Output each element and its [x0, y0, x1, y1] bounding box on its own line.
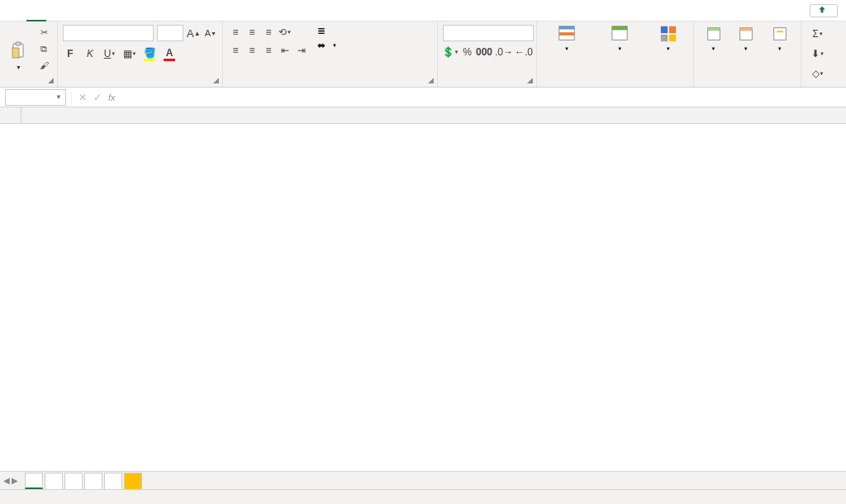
sheet-tab-rapporter[interactable] [25, 473, 43, 489]
inc-decimal-button[interactable]: .0→ [497, 45, 511, 59]
tab-hjem[interactable] [26, 0, 46, 21]
cell-styles-icon [659, 25, 677, 43]
borders-button[interactable]: ▦ ▼ [122, 46, 137, 61]
paste-icon [9, 41, 29, 61]
group-alignment: ≡ ≡ ≡ ⟲ ▼ ≡ ≡ ≡ ⇤ ⇥ ≣ ⬌▼ [223, 21, 438, 87]
sheet-nav-next-icon[interactable]: ▶ [12, 476, 18, 485]
svg-rect-15 [739, 28, 752, 31]
sheet-tab-prospekter[interactable] [64, 473, 83, 489]
tab-formler[interactable] [86, 0, 106, 21]
tab-segjennom[interactable] [126, 0, 145, 21]
align-top-button[interactable]: ≡ [228, 25, 243, 40]
number-format-combo[interactable] [443, 25, 534, 41]
tab-fil[interactable] [7, 0, 26, 21]
merge-icon: ⬌ [317, 40, 326, 51]
grid-area[interactable] [0, 107, 846, 464]
insert-cells-button[interactable]: ▼ [699, 25, 728, 87]
select-all-corner[interactable] [0, 107, 21, 123]
indent-increase-button[interactable]: ⇥ [294, 43, 309, 58]
svg-rect-8 [660, 26, 667, 33]
ribbon-tabs [0, 0, 846, 21]
delete-cells-button[interactable]: ▼ [731, 25, 760, 87]
group-font: A▲ A▼ F K U ▼ ▦ ▼ 🪣 A ◢ [58, 21, 223, 87]
sheet-tab-omog[interactable] [124, 473, 142, 489]
group-cells: ▼ ▼ ▼ [694, 21, 801, 87]
indent-decrease-button[interactable]: ⇤ [278, 43, 292, 58]
wrap-icon: ≣ [317, 25, 326, 36]
italic-button[interactable]: K [83, 46, 97, 61]
svg-rect-11 [669, 35, 676, 41]
font-name-combo[interactable] [63, 25, 154, 41]
column-headers [0, 107, 846, 124]
name-box[interactable]: ▼ [5, 89, 66, 106]
sheet-tab-bar: ◀ ▶ [0, 471, 846, 489]
percent-button[interactable]: % [463, 45, 472, 59]
align-center-button[interactable]: ≡ [245, 43, 259, 58]
bold-button[interactable]: F [63, 46, 78, 61]
cond-format-button[interactable]: ▼ [542, 25, 592, 87]
insert-icon [705, 25, 723, 43]
fill-button[interactable]: ⬇ ▼ [810, 46, 825, 61]
format-icon [771, 25, 789, 43]
svg-rect-5 [559, 32, 574, 36]
cut-button[interactable]: ✂ [36, 25, 52, 40]
clipboard-launcher-icon[interactable]: ◢ [48, 76, 54, 84]
font-launcher-icon[interactable]: ◢ [213, 76, 219, 84]
currency-button[interactable]: 💲▼ [443, 45, 458, 59]
tab-sideoppsett[interactable] [66, 0, 86, 21]
sheet-tab-folgopp[interactable] [45, 473, 63, 489]
format-table-icon [611, 25, 629, 43]
svg-rect-13 [707, 28, 720, 31]
formula-bar: ▼ ✕ ✓ fx [0, 88, 846, 107]
font-size-combo[interactable] [157, 25, 183, 41]
wrap-text-button[interactable]: ≣ [317, 25, 337, 36]
group-number: 💲▼ % 000 .0→ ←.0 ◢ [438, 21, 537, 87]
enter-formula-icon[interactable]: ✓ [93, 92, 102, 103]
fill-color-button[interactable]: 🪣 [142, 46, 157, 61]
orientation-button[interactable]: ⟲ ▼ [278, 25, 292, 40]
autosum-button[interactable]: Σ ▼ [810, 26, 825, 41]
svg-rect-9 [669, 26, 676, 33]
share-button[interactable] [810, 4, 838, 17]
share-icon [817, 6, 827, 16]
align-left-button[interactable]: ≡ [228, 43, 243, 58]
grow-font-button[interactable]: A▲ [187, 26, 201, 40]
tab-visning[interactable] [145, 0, 165, 21]
clear-button[interactable]: ◇ ▼ [810, 66, 825, 81]
underline-button[interactable]: U ▼ [102, 46, 117, 61]
align-launcher-icon[interactable]: ◢ [428, 76, 434, 84]
shrink-font-button[interactable]: A▼ [204, 26, 217, 40]
dec-decimal-button[interactable]: ←.0 [516, 45, 531, 59]
tab-settinn[interactable] [46, 0, 66, 21]
svg-rect-7 [612, 26, 627, 31]
cond-format-icon [558, 25, 576, 43]
paste-button[interactable]: ▼ [5, 25, 32, 87]
svg-rect-4 [559, 26, 574, 30]
number-launcher-icon[interactable]: ◢ [527, 76, 533, 84]
sheet-nav-prev-icon[interactable]: ◀ [3, 476, 10, 485]
merge-button[interactable]: ⬌▼ [317, 40, 337, 51]
svg-rect-10 [660, 35, 667, 41]
fx-icon[interactable]: fx [108, 93, 116, 102]
tab-data[interactable] [106, 0, 126, 21]
cancel-formula-icon[interactable]: ✕ [78, 92, 87, 103]
formula-input[interactable] [122, 89, 846, 106]
cell-styles-button[interactable]: ▼ [648, 25, 688, 87]
copy-button[interactable]: ⧉ [36, 41, 52, 56]
format-painter-button[interactable]: 🖌 [36, 58, 52, 73]
font-color-button[interactable]: A [162, 46, 177, 61]
group-styles: ▼ ▼ ▼ [537, 21, 694, 87]
svg-rect-2 [12, 48, 19, 58]
align-middle-button[interactable]: ≡ [245, 25, 259, 40]
sheet-tab-kundeliste[interactable] [84, 473, 102, 489]
tab-powerpivot[interactable] [185, 0, 205, 21]
svg-rect-16 [773, 28, 786, 40]
comma-button[interactable]: 000 [477, 45, 492, 59]
tab-hjelp[interactable] [165, 0, 185, 21]
format-table-button[interactable]: ▼ [595, 25, 644, 87]
format-cells-button[interactable]: ▼ [763, 25, 796, 87]
ribbon: ▼ ✂ ⧉ 🖌 ◢ A▲ A▼ F K U ▼ ▦ ▼ 🪣 [0, 21, 846, 88]
sheet-tab-datalister[interactable] [104, 473, 122, 489]
align-right-button[interactable]: ≡ [261, 43, 276, 58]
align-bottom-button[interactable]: ≡ [261, 25, 276, 40]
